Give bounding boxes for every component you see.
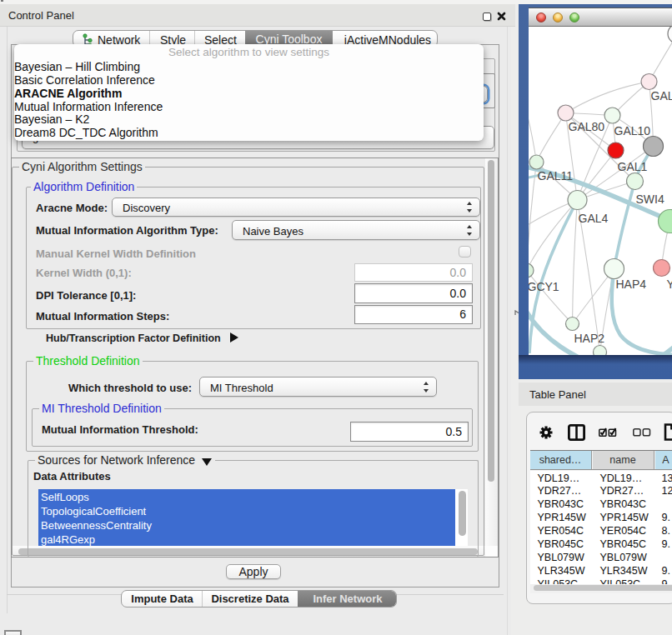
- svg-text:HAP2: HAP2: [574, 332, 604, 345]
- svg-text:GAL80: GAL80: [568, 120, 604, 133]
- svg-text:GAL10: GAL10: [614, 124, 650, 138]
- svg-text:HAP4: HAP4: [615, 278, 646, 291]
- svg-text:Y: Y: [666, 278, 672, 291]
- svg-text:GCY1: GCY1: [529, 280, 559, 293]
- svg-text:GAL7: GAL7: [650, 89, 672, 102]
- svg-text:SWI4: SWI4: [635, 192, 664, 206]
- svg-text:GAL11: GAL11: [537, 169, 573, 182]
- svg-text:GAL4: GAL4: [578, 212, 608, 225]
- svg-text:GAL1: GAL1: [617, 160, 647, 173]
